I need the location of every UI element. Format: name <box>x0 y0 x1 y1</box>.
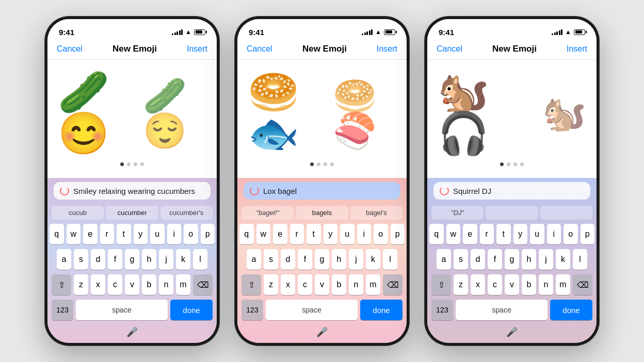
insert-button-1[interactable]: Insert <box>187 44 207 54</box>
insert-button-2[interactable]: Insert <box>377 44 397 54</box>
autocomplete-3-1[interactable]: "DJ" <box>431 206 484 220</box>
search-input-1[interactable]: Smiley relaxing wearing cucumbers <box>54 182 211 200</box>
shift-key-1[interactable]: ⇧ <box>52 274 71 295</box>
backspace-key-3[interactable]: ⌫ <box>573 274 592 295</box>
key-w-2[interactable]: w <box>256 224 271 244</box>
key-i-1[interactable]: i <box>167 224 182 244</box>
key-e-2[interactable]: e <box>273 224 287 244</box>
key-w-1[interactable]: w <box>67 224 81 244</box>
mic-icon-3[interactable]: 🎤 <box>506 326 518 338</box>
key-f-3[interactable]: f <box>488 249 502 270</box>
key-j-1[interactable]: j <box>159 249 173 270</box>
key-z-2[interactable]: z <box>264 274 278 295</box>
insert-button-3[interactable]: Insert <box>567 44 587 54</box>
key-l-3[interactable]: l <box>573 249 587 270</box>
key-l-1[interactable]: l <box>193 249 207 270</box>
key-j-2[interactable]: j <box>349 249 363 270</box>
key-b-1[interactable]: b <box>142 274 156 295</box>
key-x-1[interactable]: x <box>91 274 105 295</box>
space-key-1[interactable]: space <box>76 300 168 320</box>
key-a-1[interactable]: a <box>57 249 71 270</box>
key-u-3[interactable]: u <box>530 224 544 244</box>
key-z-3[interactable]: z <box>454 274 468 295</box>
key-h-2[interactable]: h <box>332 249 346 270</box>
key-p-1[interactable]: p <box>201 224 215 244</box>
key-o-1[interactable]: o <box>184 224 198 244</box>
autocomplete-1-3[interactable]: cucumber's <box>160 206 213 220</box>
key-v-2[interactable]: v <box>315 274 329 295</box>
cancel-button-2[interactable]: Cancel <box>247 44 272 54</box>
key-g-3[interactable]: g <box>505 249 519 270</box>
key-x-2[interactable]: x <box>281 274 295 295</box>
key-j-3[interactable]: j <box>539 249 553 270</box>
autocomplete-3-3[interactable] <box>540 206 592 220</box>
key-p-3[interactable]: p <box>581 224 595 244</box>
autocomplete-2-2[interactable]: bagels <box>296 206 348 220</box>
key-i-3[interactable]: i <box>547 224 561 244</box>
key-h-1[interactable]: h <box>142 249 156 270</box>
key-f-2[interactable]: f <box>298 249 312 270</box>
key-k-3[interactable]: k <box>556 249 570 270</box>
key-i-2[interactable]: i <box>357 224 372 244</box>
key-n-3[interactable]: n <box>539 274 553 295</box>
mic-icon-1[interactable]: 🎤 <box>126 326 138 338</box>
key-e-3[interactable]: e <box>463 224 477 244</box>
key-t-2[interactable]: t <box>307 224 321 244</box>
key-r-1[interactable]: r <box>100 224 115 244</box>
key-s-1[interactable]: s <box>74 249 88 270</box>
key-t-1[interactable]: t <box>117 224 131 244</box>
key-n-2[interactable]: n <box>349 274 363 295</box>
key-u-2[interactable]: u <box>340 224 355 244</box>
key-x-3[interactable]: x <box>471 274 485 295</box>
key-y-2[interactable]: y <box>324 224 338 244</box>
key-z-1[interactable]: z <box>74 274 88 295</box>
search-input-2[interactable]: Lox bagel <box>244 182 400 200</box>
key-a-3[interactable]: a <box>437 249 451 270</box>
key-m-3[interactable]: m <box>556 274 570 295</box>
key-y-3[interactable]: y <box>513 224 528 244</box>
key-c-2[interactable]: c <box>298 274 312 295</box>
key-v-3[interactable]: v <box>505 274 519 295</box>
cancel-button-3[interactable]: Cancel <box>437 44 462 54</box>
key-q-2[interactable]: q <box>239 224 254 244</box>
key-k-2[interactable]: k <box>366 249 380 270</box>
key-b-2[interactable]: b <box>332 274 346 295</box>
shift-key-2[interactable]: ⇧ <box>242 274 261 295</box>
key-s-3[interactable]: s <box>454 249 468 270</box>
search-input-3[interactable]: Squirrel DJ <box>433 182 590 200</box>
space-key-2[interactable]: space <box>266 300 358 320</box>
key-m-1[interactable]: m <box>176 274 190 295</box>
key-s-2[interactable]: s <box>264 249 278 270</box>
key-l-2[interactable]: l <box>383 249 397 270</box>
key-u-1[interactable]: u <box>150 224 165 244</box>
done-key-1[interactable]: done <box>170 300 213 320</box>
autocomplete-2-1[interactable]: "bagel!" <box>242 206 294 220</box>
key-d-1[interactable]: d <box>91 249 105 270</box>
key-b-3[interactable]: b <box>522 274 536 295</box>
key-c-3[interactable]: c <box>488 274 502 295</box>
key-d-3[interactable]: d <box>471 249 485 270</box>
autocomplete-3-2[interactable] <box>486 206 538 220</box>
key-q-3[interactable]: q <box>429 224 444 244</box>
key-c-1[interactable]: c <box>108 274 122 295</box>
key-t-3[interactable]: t <box>496 224 511 244</box>
key-o-3[interactable]: o <box>564 224 578 244</box>
key-h-3[interactable]: h <box>522 249 536 270</box>
mic-icon-2[interactable]: 🎤 <box>316 326 328 338</box>
num-key-2[interactable]: 123 <box>242 300 263 320</box>
key-y-1[interactable]: y <box>134 224 148 244</box>
done-key-3[interactable]: done <box>550 300 592 320</box>
key-f-1[interactable]: f <box>108 249 122 270</box>
backspace-key-1[interactable]: ⌫ <box>193 274 213 295</box>
autocomplete-1-1[interactable]: cucub <box>52 206 104 220</box>
key-d-2[interactable]: d <box>281 249 295 270</box>
key-m-2[interactable]: m <box>366 274 380 295</box>
shift-key-3[interactable]: ⇧ <box>431 274 451 295</box>
key-q-1[interactable]: q <box>50 224 64 244</box>
key-g-2[interactable]: g <box>315 249 329 270</box>
done-key-2[interactable]: done <box>360 300 403 320</box>
num-key-1[interactable]: 123 <box>52 300 73 320</box>
key-r-2[interactable]: r <box>290 224 304 244</box>
key-r-3[interactable]: r <box>480 224 494 244</box>
space-key-3[interactable]: space <box>456 300 548 320</box>
